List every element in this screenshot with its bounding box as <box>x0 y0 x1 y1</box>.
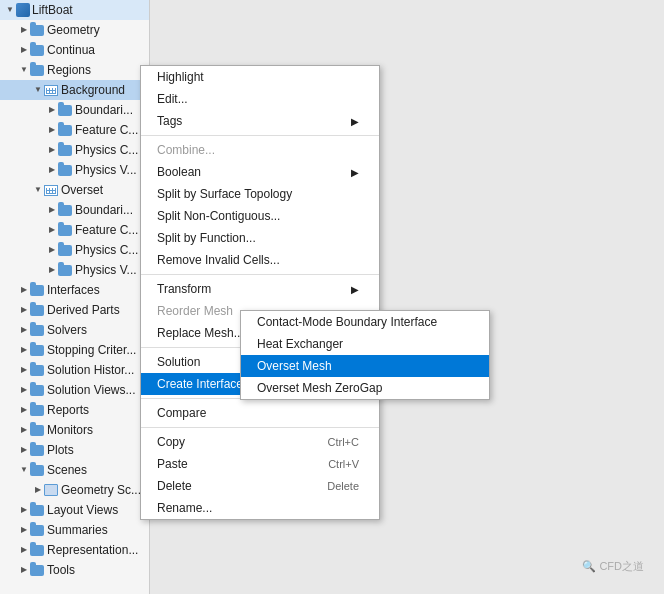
menu-item-split-non[interactable]: Split Non-Contiguous... <box>141 205 379 227</box>
tree-item-background[interactable]: ▼ Background <box>0 80 149 100</box>
expand-icon-sv: ▶ <box>18 384 30 396</box>
submenu-label-overset-zerogap: Overset Mesh ZeroGap <box>257 381 382 395</box>
expand-icon-lv: ▶ <box>18 504 30 516</box>
expand-icon-interfaces: ▶ <box>18 284 30 296</box>
menu-item-edit[interactable]: Edit... <box>141 88 379 110</box>
app-icon <box>16 3 30 17</box>
watermark-text: CFD之道 <box>599 560 644 572</box>
menu-item-split-function[interactable]: Split by Function... <box>141 227 379 249</box>
tree-item-stopping[interactable]: ▶ Stopping Criter... <box>0 340 149 360</box>
expand-icon-monitors: ▶ <box>18 424 30 436</box>
expand-icon-plots: ▶ <box>18 444 30 456</box>
tree-label-rep: Representation... <box>47 541 138 559</box>
tree-item-plots[interactable]: ▶ Plots <box>0 440 149 460</box>
tree-item-solvers[interactable]: ▶ Solvers <box>0 320 149 340</box>
tree-item-boundary2[interactable]: ▶ Boundari... <box>0 200 149 220</box>
scene-icon <box>44 484 58 496</box>
tree-item-sol-views[interactable]: ▶ Solution Views... <box>0 380 149 400</box>
menu-label-edit: Edit... <box>157 92 188 106</box>
menu-item-delete[interactable]: Delete Delete <box>141 475 379 497</box>
expand-icon-gsc: ▶ <box>32 484 44 496</box>
folder-icon-f2 <box>58 225 72 236</box>
menu-label-highlight: Highlight <box>157 70 204 84</box>
tree-label-boundary2: Boundari... <box>75 201 133 219</box>
folder-icon-b2 <box>58 205 72 216</box>
submenu-item-overset-zerogap[interactable]: Overset Mesh ZeroGap <box>241 377 489 399</box>
submenu-item-contact-mode[interactable]: Contact-Mode Boundary Interface <box>241 311 489 333</box>
tree-item-continua[interactable]: ▶ Continua <box>0 40 149 60</box>
menu-sep-5 <box>141 427 379 428</box>
tree-item-representations[interactable]: ▶ Representation... <box>0 540 149 560</box>
watermark: 🔍 CFD之道 <box>582 559 644 574</box>
tree-item-sol-history[interactable]: ▶ Solution Histor... <box>0 360 149 380</box>
menu-label-split-non: Split Non-Contiguous... <box>157 209 280 223</box>
menu-item-compare[interactable]: Compare <box>141 402 379 424</box>
menu-item-highlight[interactable]: Highlight <box>141 66 379 88</box>
tree-label-physics1: Physics C... <box>75 141 138 159</box>
menu-item-remove-invalid[interactable]: Remove Invalid Cells... <box>141 249 379 271</box>
tree-label-feature1: Feature C... <box>75 121 138 139</box>
tree-item-physics1[interactable]: ▶ Physics C... <box>0 140 149 160</box>
tree-item-regions[interactable]: ▼ Regions <box>0 60 149 80</box>
tree-item-geometry[interactable]: ▶ Geometry <box>0 20 149 40</box>
submenu-item-overset-mesh[interactable]: Overset Mesh <box>241 355 489 377</box>
menu-item-boolean[interactable]: Boolean ▶ <box>141 161 379 183</box>
tree-item-feature1[interactable]: ▶ Feature C... <box>0 120 149 140</box>
tree-item-reports[interactable]: ▶ Reports <box>0 400 149 420</box>
mesh-folder-icon-overset <box>44 185 58 196</box>
menu-label-compare: Compare <box>157 406 206 420</box>
menu-item-transform[interactable]: Transform ▶ <box>141 278 379 300</box>
expand-icon-stopping: ▶ <box>18 344 30 356</box>
tree-item-derived-parts[interactable]: ▶ Derived Parts <box>0 300 149 320</box>
tree-label-lv: Layout Views <box>47 501 118 519</box>
expand-icon-p2: ▶ <box>46 164 58 176</box>
tree-label-physics4: Physics V... <box>75 261 137 279</box>
folder-icon-interfaces <box>30 285 44 296</box>
tree-item-tools[interactable]: ▶ Tools <box>0 560 149 580</box>
folder-icon-sv <box>30 385 44 396</box>
expand-icon-tools: ▶ <box>18 564 30 576</box>
tree-label-overset: Overset <box>61 181 103 199</box>
tree-item-interfaces[interactable]: ▶ Interfaces <box>0 280 149 300</box>
expand-icon-solvers: ▶ <box>18 324 30 336</box>
folder-icon-p4 <box>58 265 72 276</box>
expand-icon-rep: ▶ <box>18 544 30 556</box>
menu-item-paste[interactable]: Paste Ctrl+V <box>141 453 379 475</box>
tree-item-summaries[interactable]: ▶ Summaries <box>0 520 149 540</box>
tree-item-geometry-sc[interactable]: ▶ Geometry Sc... <box>0 480 149 500</box>
menu-item-split-surface[interactable]: Split by Surface Topology <box>141 183 379 205</box>
arrow-boolean: ▶ <box>351 167 359 178</box>
tree-item-overset[interactable]: ▼ Overset <box>0 180 149 200</box>
tree-label-geometry-sc: Geometry Sc... <box>61 481 141 499</box>
expand-icon-p4: ▶ <box>46 264 58 276</box>
tree-label-geometry: Geometry <box>47 21 100 39</box>
tree-label-feature2: Feature C... <box>75 221 138 239</box>
tree-label-reports: Reports <box>47 401 89 419</box>
tree-item-scenes[interactable]: ▼ Scenes <box>0 460 149 480</box>
tree-item-physics2[interactable]: ▶ Physics V... <box>0 160 149 180</box>
tree-item-monitors[interactable]: ▶ Monitors <box>0 420 149 440</box>
expand-icon-overset: ▼ <box>32 184 44 196</box>
tree-item-liftboat[interactable]: ▼ LiftBoat <box>0 0 149 20</box>
tree-item-layout-views[interactable]: ▶ Layout Views <box>0 500 149 520</box>
menu-label-replace-mesh: Replace Mesh... <box>157 326 244 340</box>
tree-label-continua: Continua <box>47 41 95 59</box>
menu-label-boolean: Boolean <box>157 165 201 179</box>
submenu-item-heat-exchanger[interactable]: Heat Exchanger <box>241 333 489 355</box>
tree-item-boundary1[interactable]: ▶ Boundari... <box>0 100 149 120</box>
menu-item-copy[interactable]: Copy Ctrl+C <box>141 431 379 453</box>
tree-item-feature2[interactable]: ▶ Feature C... <box>0 220 149 240</box>
tree-item-physics4[interactable]: ▶ Physics V... <box>0 260 149 280</box>
menu-label-create-interface: Create Interface <box>157 377 243 391</box>
tree-item-physics3[interactable]: ▶ Physics C... <box>0 240 149 260</box>
tree-label-solvers: Solvers <box>47 321 87 339</box>
menu-label-paste: Paste <box>157 457 188 471</box>
folder-icon-sum <box>30 525 44 536</box>
menu-item-tags[interactable]: Tags ▶ <box>141 110 379 132</box>
shortcut-copy: Ctrl+C <box>328 436 359 448</box>
folder-icon-tools <box>30 565 44 576</box>
submenu-label-heat-exchanger: Heat Exchanger <box>257 337 343 351</box>
menu-item-rename[interactable]: Rename... <box>141 497 379 519</box>
folder-icon-lv <box>30 505 44 516</box>
expand-icon-p3: ▶ <box>46 244 58 256</box>
